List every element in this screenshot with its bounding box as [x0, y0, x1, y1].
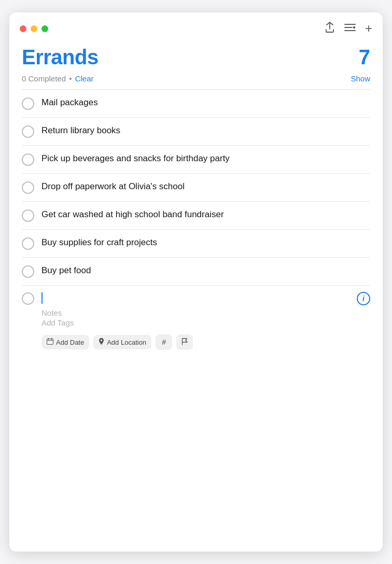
content-area: Errands 7 0 Completed • Clear Show Mail … [9, 41, 383, 552]
calendar-icon [47, 338, 53, 346]
task-text-1: Mail packages [41, 97, 370, 109]
task-checkbox-7[interactable] [22, 265, 34, 278]
separator-dot: • [69, 74, 72, 83]
notes-placeholder[interactable]: Notes [41, 308, 370, 317]
new-task-input-wrapper: i [41, 292, 370, 305]
list-item: Buy supplies for craft projects [22, 230, 370, 258]
flag-icon [181, 338, 188, 347]
new-task-checkbox[interactable] [22, 292, 34, 305]
completed-bar: 0 Completed • Clear Show [22, 71, 370, 90]
clear-button[interactable]: Clear [75, 74, 94, 83]
task-checkbox-5[interactable] [22, 209, 34, 222]
task-list: Mail packages Return library books Pick … [22, 90, 370, 285]
svg-rect-0 [353, 26, 355, 29]
titlebar-actions: + [325, 21, 372, 36]
task-checkbox-2[interactable] [22, 125, 34, 138]
text-cursor [41, 292, 43, 304]
task-toolbar: Add Date Add Location # [41, 334, 370, 356]
task-checkbox-3[interactable] [22, 153, 34, 166]
list-count: 7 [359, 46, 370, 69]
main-window: + Errands 7 0 Completed • Clear Show Mai… [9, 12, 383, 552]
svg-rect-1 [47, 339, 53, 345]
list-item: Mail packages [22, 90, 370, 118]
add-location-label: Add Location [107, 339, 146, 346]
hashtag-button[interactable]: # [156, 334, 172, 350]
task-text-5: Get car washed at high school band fundr… [41, 209, 370, 221]
info-icon[interactable]: i [357, 292, 370, 305]
share-icon[interactable] [325, 22, 335, 36]
list-item: Drop off paperwork at Olivia's school [22, 174, 370, 202]
completed-info: 0 Completed • Clear [22, 74, 94, 83]
traffic-lights [20, 25, 48, 32]
task-checkbox-4[interactable] [22, 181, 34, 194]
titlebar: + [9, 12, 383, 41]
show-button[interactable]: Show [351, 74, 370, 83]
task-checkbox-6[interactable] [22, 237, 34, 250]
list-item: Get car washed at high school band fundr… [22, 202, 370, 230]
flag-button[interactable] [176, 334, 193, 350]
list-icon[interactable] [344, 23, 356, 35]
list-item: Buy pet food [22, 258, 370, 285]
task-text-4: Drop off paperwork at Olivia's school [41, 181, 370, 193]
close-button[interactable] [20, 25, 26, 32]
task-checkbox-1[interactable] [22, 97, 34, 110]
fullscreen-button[interactable] [41, 25, 48, 32]
add-date-label: Add Date [56, 339, 84, 346]
hashtag-icon: # [162, 338, 166, 346]
add-date-button[interactable]: Add Date [41, 335, 89, 349]
add-location-button[interactable]: Add Location [93, 335, 151, 349]
add-tags-placeholder[interactable]: Add Tags [41, 318, 370, 327]
info-icon-label: i [362, 294, 365, 303]
task-text-2: Return library books [41, 125, 370, 137]
new-task-area: i Notes Add Tags Add Date [22, 285, 370, 356]
minimize-button[interactable] [31, 25, 37, 32]
task-text-6: Buy supplies for craft projects [41, 237, 370, 249]
add-task-icon[interactable]: + [365, 21, 372, 36]
location-icon [99, 338, 104, 346]
list-item: Pick up beverages and snacks for birthda… [22, 146, 370, 174]
list-item: Return library books [22, 118, 370, 146]
completed-count: 0 [22, 74, 26, 83]
task-text-3: Pick up beverages and snacks for birthda… [41, 153, 370, 165]
completed-label: Completed [29, 74, 68, 83]
list-title: Errands [22, 46, 99, 69]
new-task-row: i [22, 292, 370, 305]
task-text-7: Buy pet food [41, 265, 370, 277]
list-header: Errands 7 [22, 41, 370, 71]
